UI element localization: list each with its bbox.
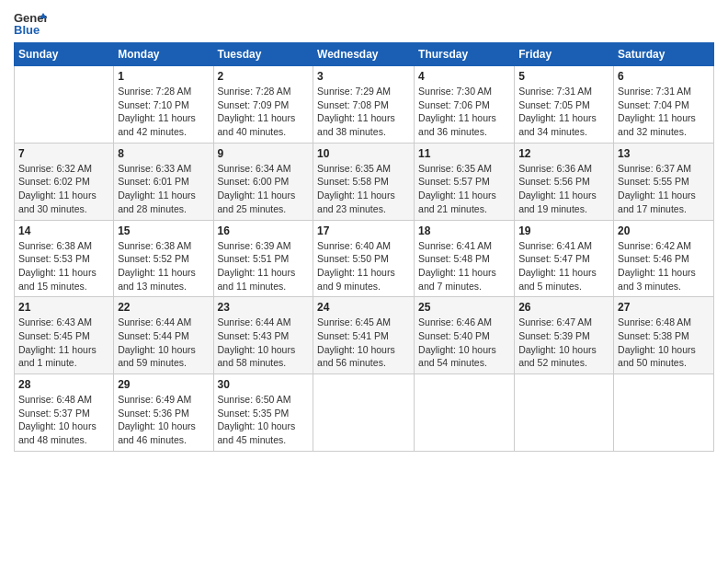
calendar-cell: 4Sunrise: 7:30 AM Sunset: 7:06 PM Daylig… — [415, 66, 515, 144]
page-header: General Blue — [14, 9, 714, 37]
day-info: Sunrise: 7:31 AM Sunset: 7:05 PM Dayligh… — [518, 85, 609, 139]
calendar-body: 1Sunrise: 7:28 AM Sunset: 7:10 PM Daylig… — [15, 66, 714, 452]
calendar-week-3: 14Sunrise: 6:38 AM Sunset: 5:53 PM Dayli… — [15, 220, 714, 297]
day-info: Sunrise: 7:30 AM Sunset: 7:06 PM Dayligh… — [418, 85, 510, 139]
calendar-cell: 14Sunrise: 6:38 AM Sunset: 5:53 PM Dayli… — [15, 220, 114, 297]
day-number: 19 — [518, 224, 609, 237]
day-number: 28 — [18, 378, 109, 391]
svg-text:Blue: Blue — [14, 23, 40, 37]
day-info: Sunrise: 7:29 AM Sunset: 7:08 PM Dayligh… — [317, 85, 410, 139]
day-number: 12 — [518, 147, 609, 160]
day-info: Sunrise: 7:31 AM Sunset: 7:04 PM Dayligh… — [618, 85, 710, 139]
calendar-week-2: 7Sunrise: 6:32 AM Sunset: 6:02 PM Daylig… — [15, 143, 714, 220]
day-number: 20 — [618, 224, 710, 237]
day-number: 7 — [18, 147, 109, 160]
calendar-table: SundayMondayTuesdayWednesdayThursdayFrid… — [14, 42, 714, 452]
calendar-cell: 15Sunrise: 6:38 AM Sunset: 5:52 PM Dayli… — [114, 220, 213, 297]
calendar-cell: 20Sunrise: 6:42 AM Sunset: 5:46 PM Dayli… — [614, 220, 714, 297]
day-info: Sunrise: 6:49 AM Sunset: 5:36 PM Dayligh… — [118, 393, 209, 447]
weekday-header-saturday: Saturday — [614, 43, 714, 66]
calendar-cell: 13Sunrise: 6:37 AM Sunset: 5:55 PM Dayli… — [614, 143, 714, 220]
day-number: 3 — [317, 70, 410, 83]
day-info: Sunrise: 6:33 AM Sunset: 6:01 PM Dayligh… — [118, 162, 209, 216]
calendar-cell: 5Sunrise: 7:31 AM Sunset: 7:05 PM Daylig… — [515, 66, 614, 144]
day-info: Sunrise: 7:28 AM Sunset: 7:10 PM Dayligh… — [118, 85, 209, 139]
day-number: 16 — [218, 224, 310, 237]
calendar-cell: 11Sunrise: 6:35 AM Sunset: 5:57 PM Dayli… — [415, 143, 515, 220]
day-number: 30 — [218, 378, 310, 391]
day-number: 14 — [18, 224, 109, 237]
calendar-cell: 2Sunrise: 7:28 AM Sunset: 7:09 PM Daylig… — [213, 66, 313, 144]
calendar-week-4: 21Sunrise: 6:43 AM Sunset: 5:45 PM Dayli… — [15, 297, 714, 374]
day-number: 23 — [218, 301, 310, 314]
day-number: 27 — [618, 301, 710, 314]
logo-icon: General Blue — [14, 9, 47, 37]
calendar-header-row: SundayMondayTuesdayWednesdayThursdayFrid… — [15, 43, 714, 66]
calendar-cell: 16Sunrise: 6:39 AM Sunset: 5:51 PM Dayli… — [213, 220, 313, 297]
calendar-cell — [313, 374, 415, 452]
day-number: 24 — [317, 301, 410, 314]
day-number: 10 — [317, 147, 410, 160]
day-info: Sunrise: 6:47 AM Sunset: 5:39 PM Dayligh… — [518, 316, 609, 370]
calendar-cell: 1Sunrise: 7:28 AM Sunset: 7:10 PM Daylig… — [114, 66, 213, 144]
day-number: 21 — [18, 301, 109, 314]
day-info: Sunrise: 6:35 AM Sunset: 5:57 PM Dayligh… — [418, 162, 510, 216]
day-number: 17 — [317, 224, 410, 237]
calendar-cell — [415, 374, 515, 452]
calendar-cell: 25Sunrise: 6:46 AM Sunset: 5:40 PM Dayli… — [415, 297, 515, 374]
day-info: Sunrise: 6:38 AM Sunset: 5:53 PM Dayligh… — [18, 239, 109, 293]
day-number: 1 — [118, 70, 209, 83]
day-info: Sunrise: 6:50 AM Sunset: 5:35 PM Dayligh… — [218, 393, 310, 447]
day-info: Sunrise: 6:48 AM Sunset: 5:38 PM Dayligh… — [618, 316, 710, 370]
calendar-cell — [15, 66, 114, 144]
calendar-cell: 19Sunrise: 6:41 AM Sunset: 5:47 PM Dayli… — [515, 220, 614, 297]
day-info: Sunrise: 7:28 AM Sunset: 7:09 PM Dayligh… — [218, 85, 310, 139]
day-info: Sunrise: 6:39 AM Sunset: 5:51 PM Dayligh… — [218, 239, 310, 293]
day-number: 22 — [118, 301, 209, 314]
day-info: Sunrise: 6:41 AM Sunset: 5:47 PM Dayligh… — [518, 239, 609, 293]
calendar-cell: 24Sunrise: 6:45 AM Sunset: 5:41 PM Dayli… — [313, 297, 415, 374]
weekday-header-monday: Monday — [114, 43, 213, 66]
calendar-cell — [515, 374, 614, 452]
day-number: 18 — [418, 224, 510, 237]
weekday-header-sunday: Sunday — [15, 43, 114, 66]
calendar-cell: 18Sunrise: 6:41 AM Sunset: 5:48 PM Dayli… — [415, 220, 515, 297]
day-info: Sunrise: 6:38 AM Sunset: 5:52 PM Dayligh… — [118, 239, 209, 293]
calendar-cell: 10Sunrise: 6:35 AM Sunset: 5:58 PM Dayli… — [313, 143, 415, 220]
calendar-cell: 29Sunrise: 6:49 AM Sunset: 5:36 PM Dayli… — [114, 374, 213, 452]
day-info: Sunrise: 6:37 AM Sunset: 5:55 PM Dayligh… — [618, 162, 710, 216]
calendar-cell — [614, 374, 714, 452]
day-info: Sunrise: 6:32 AM Sunset: 6:02 PM Dayligh… — [18, 162, 109, 216]
day-number: 4 — [418, 70, 510, 83]
calendar-cell: 21Sunrise: 6:43 AM Sunset: 5:45 PM Dayli… — [15, 297, 114, 374]
day-info: Sunrise: 6:36 AM Sunset: 5:56 PM Dayligh… — [518, 162, 609, 216]
calendar-cell: 23Sunrise: 6:44 AM Sunset: 5:43 PM Dayli… — [213, 297, 313, 374]
weekday-header-tuesday: Tuesday — [213, 43, 313, 66]
day-info: Sunrise: 6:41 AM Sunset: 5:48 PM Dayligh… — [418, 239, 510, 293]
day-number: 15 — [118, 224, 209, 237]
day-number: 8 — [118, 147, 209, 160]
day-info: Sunrise: 6:43 AM Sunset: 5:45 PM Dayligh… — [18, 316, 109, 370]
calendar-cell: 28Sunrise: 6:48 AM Sunset: 5:37 PM Dayli… — [15, 374, 114, 452]
day-number: 2 — [218, 70, 310, 83]
day-info: Sunrise: 6:46 AM Sunset: 5:40 PM Dayligh… — [418, 316, 510, 370]
day-number: 11 — [418, 147, 510, 160]
day-info: Sunrise: 6:48 AM Sunset: 5:37 PM Dayligh… — [18, 393, 109, 447]
calendar-cell: 9Sunrise: 6:34 AM Sunset: 6:00 PM Daylig… — [213, 143, 313, 220]
calendar-cell: 8Sunrise: 6:33 AM Sunset: 6:01 PM Daylig… — [114, 143, 213, 220]
day-number: 29 — [118, 378, 209, 391]
calendar-cell: 7Sunrise: 6:32 AM Sunset: 6:02 PM Daylig… — [15, 143, 114, 220]
logo: General Blue — [14, 9, 47, 37]
calendar-cell: 6Sunrise: 7:31 AM Sunset: 7:04 PM Daylig… — [614, 66, 714, 144]
calendar-cell: 30Sunrise: 6:50 AM Sunset: 5:35 PM Dayli… — [213, 374, 313, 452]
day-number: 9 — [218, 147, 310, 160]
day-info: Sunrise: 6:44 AM Sunset: 5:43 PM Dayligh… — [218, 316, 310, 370]
calendar-cell: 3Sunrise: 7:29 AM Sunset: 7:08 PM Daylig… — [313, 66, 415, 144]
weekday-header-thursday: Thursday — [415, 43, 515, 66]
day-number: 6 — [618, 70, 710, 83]
day-info: Sunrise: 6:40 AM Sunset: 5:50 PM Dayligh… — [317, 239, 410, 293]
calendar-cell: 17Sunrise: 6:40 AM Sunset: 5:50 PM Dayli… — [313, 220, 415, 297]
day-info: Sunrise: 6:42 AM Sunset: 5:46 PM Dayligh… — [618, 239, 710, 293]
calendar-week-5: 28Sunrise: 6:48 AM Sunset: 5:37 PM Dayli… — [15, 374, 714, 452]
calendar-cell: 27Sunrise: 6:48 AM Sunset: 5:38 PM Dayli… — [614, 297, 714, 374]
